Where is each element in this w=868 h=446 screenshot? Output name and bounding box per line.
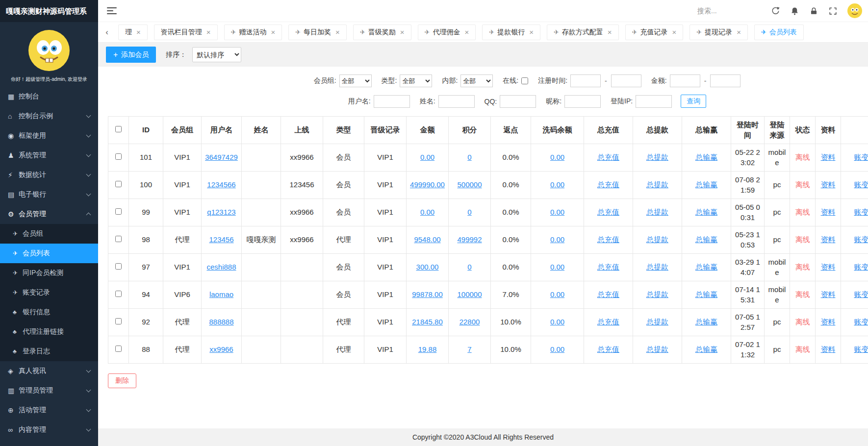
cell-link[interactable]: 0.00 [550, 345, 564, 353]
cell-link[interactable]: 总充值 [597, 235, 619, 244]
sidebar-subitem-same-ip-check[interactable]: ✈同IP会员检测 [0, 263, 98, 283]
row-checkbox[interactable] [115, 346, 122, 352]
cell-link[interactable]: 总输赢 [695, 318, 717, 326]
cell-link[interactable]: 总提款 [646, 290, 668, 298]
filter-input-login-ip[interactable] [636, 95, 672, 108]
sidebar-item-statistics[interactable]: ⚡数据统计 [0, 165, 98, 185]
cell-link[interactable]: 总提款 [646, 235, 668, 244]
cell-link[interactable]: 账变 [854, 153, 868, 161]
cell-link[interactable]: 账变 [854, 318, 868, 326]
cell-link[interactable]: 0.00 [550, 235, 564, 244]
cell-link[interactable]: 0 [467, 208, 471, 216]
filter-input-nickname[interactable] [564, 95, 601, 108]
cell-link[interactable]: 总充值 [597, 290, 619, 298]
tab-deposit-config[interactable]: ✈存款方式配置× [547, 25, 619, 40]
cell-link[interactable]: 总提款 [646, 180, 668, 189]
cell-link[interactable]: 总充值 [597, 180, 619, 189]
tab-agent-commission[interactable]: ✈代理佣金× [418, 25, 476, 40]
cell-link[interactable]: 总输赢 [695, 290, 717, 298]
cell-link[interactable]: 19.88 [418, 345, 437, 353]
tab-withdraw-bank[interactable]: ✈提款银行× [482, 25, 540, 40]
cell-link[interactable]: 总充值 [597, 153, 619, 161]
cell-link[interactable]: 总输赢 [695, 263, 717, 271]
filter-select-type[interactable]: 全部 [400, 74, 432, 87]
fullscreen-icon[interactable] [828, 6, 838, 16]
cell-link[interactable]: 账变 [854, 208, 868, 216]
tab-promotion-reward[interactable]: ✈晋级奖励× [353, 25, 411, 40]
filter-input-amount-from[interactable] [670, 74, 700, 87]
close-icon[interactable]: × [464, 28, 469, 36]
cell-link[interactable]: 总提款 [646, 153, 668, 161]
cell-link[interactable]: 499992 [457, 235, 482, 244]
profile-avatar[interactable] [27, 29, 71, 72]
filter-checkbox-online[interactable] [521, 77, 528, 84]
close-icon[interactable]: × [529, 28, 534, 36]
refresh-icon[interactable] [771, 6, 780, 16]
menu-toggle-icon[interactable] [107, 5, 117, 16]
lock-icon[interactable] [809, 6, 818, 16]
filter-input-register-time-to[interactable] [611, 74, 641, 87]
search-input[interactable] [697, 7, 761, 15]
sidebar-item-framework[interactable]: ◉框架使用 [0, 126, 98, 146]
cell-link[interactable]: 0.00 [550, 153, 564, 161]
row-checkbox[interactable] [115, 236, 122, 242]
cell-link[interactable]: laomao [209, 290, 233, 298]
filter-input-amount-to[interactable] [710, 74, 740, 87]
cell-link[interactable]: 资料 [821, 235, 836, 244]
cell-link[interactable]: 资料 [821, 318, 836, 326]
query-button[interactable]: 查询 [681, 95, 706, 108]
cell-link[interactable]: 499990.00 [410, 180, 445, 189]
tab-withdraw-record[interactable]: ✈提现记录× [689, 25, 748, 40]
row-checkbox[interactable] [115, 181, 122, 187]
cell-link[interactable]: 0 [467, 153, 471, 161]
sidebar-item-activity-manage[interactable]: ⊕活动管理 [0, 400, 98, 420]
cell-link[interactable]: 总输赢 [695, 153, 717, 161]
sidebar-item-live-video[interactable]: ◈真人视讯 [0, 361, 98, 381]
cell-link[interactable]: 0.00 [420, 153, 434, 161]
sidebar-subitem-login-log[interactable]: ♣登录日志 [0, 342, 98, 361]
sidebar-item-content-manage[interactable]: ∞内容管理 [0, 420, 98, 440]
cell-link[interactable]: 资料 [821, 290, 836, 298]
cell-link[interactable]: 9548.00 [414, 235, 440, 244]
add-member-button[interactable]: + 添加会员 [106, 47, 156, 63]
close-icon[interactable]: × [672, 28, 676, 36]
cell-link[interactable]: 账变 [854, 263, 868, 271]
cell-link[interactable]: 资料 [821, 153, 836, 161]
cell-link[interactable]: 总充值 [597, 318, 619, 326]
filter-input-qq[interactable] [500, 95, 536, 108]
sidebar-subitem-account-change[interactable]: ✈账变记录 [0, 283, 98, 302]
cell-link[interactable]: xx9966 [209, 345, 233, 353]
close-icon[interactable]: × [206, 28, 211, 36]
cell-link[interactable]: 0.00 [550, 290, 564, 298]
filter-input-username[interactable] [374, 95, 410, 108]
sidebar-item-console[interactable]: ▦控制台 [0, 87, 98, 106]
sidebar-item-ebank[interactable]: ▤电子银行 [0, 185, 98, 204]
cell-link[interactable]: 账变 [854, 345, 868, 353]
close-icon[interactable]: × [400, 28, 405, 36]
tab-recharge-record[interactable]: ✈充值记录× [625, 25, 684, 40]
cell-link[interactable]: 总提款 [646, 345, 668, 353]
delete-button[interactable]: 删除 [108, 373, 136, 388]
cell-link[interactable]: ceshi888 [206, 263, 236, 271]
cell-link[interactable]: 99878.00 [412, 290, 443, 298]
cell-link[interactable]: 300.00 [416, 263, 439, 271]
cell-link[interactable]: 0.00 [550, 318, 564, 326]
cell-link[interactable]: 资料 [821, 180, 836, 189]
filter-select-internal[interactable]: 全部 [460, 74, 493, 87]
cell-link[interactable]: 总输赢 [695, 235, 717, 244]
cell-link[interactable]: 0.00 [550, 180, 564, 189]
sidebar-item-admin-manage[interactable]: ▥管理员管理 [0, 381, 98, 400]
cell-link[interactable]: 0.00 [550, 208, 564, 216]
cell-link[interactable]: 总输赢 [695, 345, 717, 353]
filter-select-member-group[interactable]: 全部 [339, 74, 372, 87]
cell-link[interactable]: 资料 [821, 263, 836, 271]
sidebar-item-members[interactable]: ⚙会员管理 [0, 204, 98, 224]
cell-link[interactable]: 0.00 [550, 263, 564, 271]
sidebar-subitem-agent-register-link[interactable]: ♣代理注册链接 [0, 322, 98, 342]
cell-link[interactable]: 账变 [854, 180, 868, 189]
cell-link[interactable]: 总提款 [646, 318, 668, 326]
close-icon[interactable]: × [136, 28, 141, 36]
user-avatar[interactable] [847, 3, 862, 18]
sidebar-subitem-member-group[interactable]: ✈会员组 [0, 224, 98, 244]
cell-link[interactable]: 36497429 [205, 153, 238, 161]
